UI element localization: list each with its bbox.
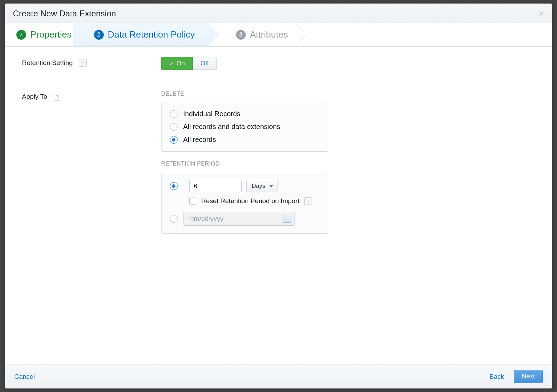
retention-value-input[interactable] <box>189 180 242 192</box>
radio-label: All records and data extensions <box>183 123 280 131</box>
duration-controls: Days <box>189 180 277 192</box>
radio-label: Individual Records <box>183 110 241 118</box>
checkmark-icon: ✓ <box>16 30 26 40</box>
retention-setting-field: ✓ On Off <box>161 57 535 70</box>
radio-label: All records <box>183 136 216 144</box>
chevron-icon <box>296 23 308 46</box>
radio-all-records-and-extensions[interactable] <box>170 123 178 131</box>
delete-section-heading: DELETE <box>161 91 535 97</box>
delete-all-records: All records <box>170 136 320 144</box>
retention-toggle: ✓ On Off <box>161 57 217 70</box>
cancel-button[interactable]: Cancel <box>14 373 35 381</box>
delete-all-records-and-extensions: All records and data extensions <box>170 123 320 131</box>
checkbox-label: Reset Retention Period on Import <box>201 197 299 205</box>
apply-to-field: DELETE Individual Records All records an… <box>161 91 535 234</box>
toggle-on-label: On <box>176 60 185 67</box>
radio-all-records[interactable] <box>170 136 178 144</box>
wizard-steps: ✓ Properties 2 Data Retention Policy 3 A… <box>5 23 552 47</box>
dropdown-value: Days <box>252 183 265 190</box>
close-icon[interactable]: × <box>539 9 544 18</box>
radio-individual-records[interactable] <box>170 110 178 118</box>
retention-period-panel: Days Reset Retention Period on Import ? … <box>161 172 328 234</box>
footer-right: Back Next <box>489 370 543 383</box>
step-number-icon: 3 <box>236 30 246 40</box>
toggle-on[interactable]: ✓ On <box>161 57 193 70</box>
step-label: Attributes <box>250 29 288 40</box>
modal-body: Retention Setting ? ✓ On Off Apply To ? <box>5 47 552 365</box>
help-icon[interactable]: ? <box>304 197 312 205</box>
modal-header: Create New Data Extension × <box>5 4 552 23</box>
step-label: Data Retention Policy <box>108 29 195 40</box>
retention-setting-row: Retention Setting ? ✓ On Off <box>22 57 535 70</box>
toggle-off-label: Off <box>201 60 209 67</box>
retention-unit-dropdown[interactable]: Days <box>246 180 277 192</box>
retention-period-heading: RETENTION PERIOD <box>161 161 535 167</box>
delete-panel: Individual Records All records and data … <box>161 102 328 152</box>
retention-duration-option: Days <box>170 180 320 192</box>
reset-on-import-row: Reset Retention Period on Import ? <box>189 197 320 205</box>
toggle-off[interactable]: Off <box>193 57 217 70</box>
delete-individual-records: Individual Records <box>170 110 320 118</box>
apply-to-row: Apply To ? DELETE Individual Records All… <box>22 91 535 234</box>
step-data-retention[interactable]: 2 Data Retention Policy <box>73 23 219 46</box>
step-label: Properties <box>30 29 72 40</box>
next-button[interactable]: Next <box>514 370 543 383</box>
retention-setting-label: Retention Setting ? <box>22 57 161 67</box>
modal-footer: Cancel Back Next <box>5 365 552 388</box>
radio-fixed-date[interactable] <box>170 215 178 223</box>
step-number-icon: 2 <box>94 30 104 40</box>
create-data-extension-modal: Create New Data Extension × ✓ Properties… <box>5 3 552 389</box>
label-text: Apply To <box>22 93 47 101</box>
label-text: Retention Setting <box>22 59 73 67</box>
date-placeholder: mm/dd/yyyy <box>188 215 223 223</box>
reset-on-import-checkbox[interactable] <box>189 198 196 205</box>
back-button[interactable]: Back <box>489 373 504 381</box>
calendar-icon[interactable] <box>283 215 291 223</box>
retention-date-option: mm/dd/yyyy <box>170 212 320 226</box>
retention-date-input[interactable]: mm/dd/yyyy <box>183 212 295 226</box>
help-icon[interactable]: ? <box>79 59 87 67</box>
checkmark-icon: ✓ <box>169 60 174 67</box>
help-icon[interactable]: ? <box>54 93 61 101</box>
apply-to-label: Apply To ? <box>22 91 161 101</box>
modal-title: Create New Data Extension <box>13 9 116 18</box>
radio-duration[interactable] <box>170 182 178 190</box>
step-attributes[interactable]: 3 Attributes <box>219 23 302 46</box>
